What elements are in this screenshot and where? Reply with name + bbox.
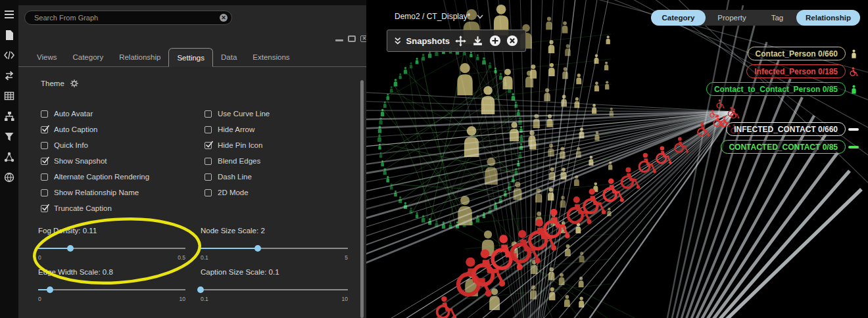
checkbox-label: Use Curve Line [218, 110, 270, 118]
slider-track[interactable] [201, 286, 348, 294]
checkbox-box[interactable] [205, 110, 212, 118]
checkbox-hide-arrow[interactable]: Hide Arrow [205, 122, 270, 137]
slider-max: 10 [342, 296, 348, 302]
person-icon [846, 85, 861, 94]
tab-category[interactable]: Category [64, 48, 111, 66]
legend-item-contact_person[interactable]: Contact_Person 0/660 [748, 47, 861, 60]
cluster-icon[interactable] [4, 152, 15, 162]
filter-icon[interactable] [4, 131, 15, 142]
sitemap-icon[interactable] [4, 111, 15, 122]
search-input[interactable] [24, 11, 232, 25]
checkbox-hide-pin-icon[interactable]: Hide Pin Icon [205, 137, 270, 153]
checkbox-show-relationship-name[interactable]: Show Relationship Name [41, 185, 149, 200]
legend-item-infected_person[interactable]: Infected_Person 0/185 [746, 64, 861, 78]
slider-minmax: 010 [38, 296, 185, 302]
legend-item-infected_contact[interactable]: INFECTED_CONTACT 0/660 [726, 122, 861, 136]
checkbox-use-curve-line[interactable]: Use Curve Line [205, 106, 270, 122]
menu-icon[interactable] [4, 9, 15, 20]
minimize-button[interactable] [335, 35, 343, 41]
slider-track[interactable] [38, 286, 185, 294]
slider-max: 5 [345, 254, 348, 261]
checkbox-box[interactable] [41, 158, 48, 165]
checkbox-label: Alternate Caption Rendering [54, 173, 149, 181]
tab-data[interactable]: Data [213, 48, 245, 66]
legend-item-contacted_contact[interactable]: CONTACTED_CONTACT 0/85 [721, 140, 861, 154]
swap-arrows-icon[interactable] [4, 70, 15, 81]
legend-tab-tag[interactable]: Tag [758, 10, 796, 26]
edge-line-icon [846, 128, 861, 131]
tab-settings[interactable]: Settings [168, 48, 213, 67]
slider-fill [38, 248, 70, 249]
code-icon[interactable] [4, 50, 15, 60]
move-icon[interactable] [454, 34, 467, 47]
checkbox-alternate-caption-rendering[interactable]: Alternate Caption Rendering [41, 169, 149, 185]
checkbox-dash-line[interactable]: Dash Line [205, 169, 270, 185]
legend-tab-relationship[interactable]: Relationship [796, 10, 860, 26]
graph-title-dropdown[interactable]: Demo2 / CT_Display* [395, 12, 483, 21]
checkbox-box[interactable] [41, 205, 48, 212]
tab-views[interactable]: Views [29, 48, 64, 66]
slider-min: 0 [38, 296, 41, 302]
checkbox-box[interactable] [41, 126, 48, 133]
checkbox-box[interactable] [41, 189, 48, 196]
checkbox-truncate-caption[interactable]: Truncate Caption [41, 200, 149, 216]
checkbox-box[interactable] [41, 173, 48, 181]
wheelchair-icon [846, 67, 861, 76]
checkbox-box[interactable] [205, 189, 212, 196]
slider-min: 0.1 [201, 254, 208, 261]
slider-label: Edge Width Scale: 0.8 [38, 268, 185, 277]
theme-checkboxes-left: Auto AvatarAuto CaptionQuick InfoShow Sn… [41, 106, 149, 216]
add-snapshot-icon[interactable] [489, 34, 502, 47]
tab-extensions[interactable]: Extensions [245, 48, 297, 66]
slider-thumb[interactable] [67, 245, 74, 252]
checkbox-blend-edges[interactable]: Blend Edges [205, 153, 270, 169]
legend-item-contact_to_contact_person[interactable]: Contact_to_Contact_Person 0/85 [706, 82, 861, 96]
checkbox-box[interactable] [41, 110, 48, 118]
table-icon[interactable] [4, 91, 15, 101]
download-snapshot-icon[interactable] [471, 34, 484, 47]
slider-max: 10 [180, 296, 185, 302]
slider-thumb[interactable] [254, 245, 261, 252]
panel-top-strip [18, 0, 366, 5]
file-icon[interactable] [4, 30, 15, 40]
snapshots-toolbar: Snapshots [387, 30, 526, 52]
settings-panel: ✕ ✕ ViewsCategoryRelationshipSettingsDat… [18, 0, 366, 318]
close-snapshots-icon[interactable] [506, 34, 519, 47]
panel-scrollbar[interactable] [360, 80, 364, 318]
checkbox-label: Hide Arrow [218, 125, 254, 133]
tab-relationship[interactable]: Relationship [111, 48, 168, 66]
theme-gear-icon[interactable] [70, 80, 78, 87]
snapshots-label: Snapshots [406, 36, 450, 46]
legend-pill: INFECTED_CONTACT 0/660 [726, 122, 846, 136]
slider-max: 0.5 [178, 254, 185, 261]
checkbox-2d-mode[interactable]: 2D Mode [205, 185, 270, 200]
legend-node-types: Contact_Person 0/660Infected_Person 0/18… [706, 47, 861, 100]
checkbox-box[interactable] [205, 158, 212, 165]
maximize-button[interactable] [348, 35, 356, 42]
slider-thumb[interactable] [47, 286, 53, 293]
legend-tab-property[interactable]: Property [706, 10, 758, 26]
checkbox-box[interactable] [205, 173, 212, 181]
checkbox-box[interactable] [205, 126, 212, 133]
slider-track-line [201, 289, 348, 290]
close-button[interactable]: ✕ [360, 35, 366, 42]
search-clear-icon[interactable]: ✕ [220, 14, 228, 22]
legend-tab-category[interactable]: Category [651, 10, 706, 26]
checkbox-auto-caption[interactable]: Auto Caption [41, 122, 149, 137]
checkbox-label: Quick Info [54, 141, 88, 149]
checkbox-auto-avatar[interactable]: Auto Avatar [41, 106, 149, 122]
slider-label: Fog Density: 0.11 [38, 227, 185, 236]
checkbox-box[interactable] [205, 142, 212, 149]
checkbox-quick-info[interactable]: Quick Info [41, 137, 149, 153]
globe-icon[interactable] [4, 172, 15, 183]
chevron-down-icon [477, 14, 483, 19]
slider-minmax: 0.110 [201, 296, 348, 302]
checkbox-box[interactable] [41, 142, 48, 149]
theme-heading: Theme [41, 80, 64, 87]
slider-label: Node Size Scale: 2 [201, 227, 348, 236]
slider-track[interactable] [201, 244, 348, 252]
collapse-double-chevron-icon[interactable] [394, 37, 402, 45]
slider-track[interactable] [38, 244, 185, 252]
checkbox-show-snapshot[interactable]: Show Snapshot [41, 153, 149, 169]
slider-thumb[interactable] [197, 286, 204, 293]
